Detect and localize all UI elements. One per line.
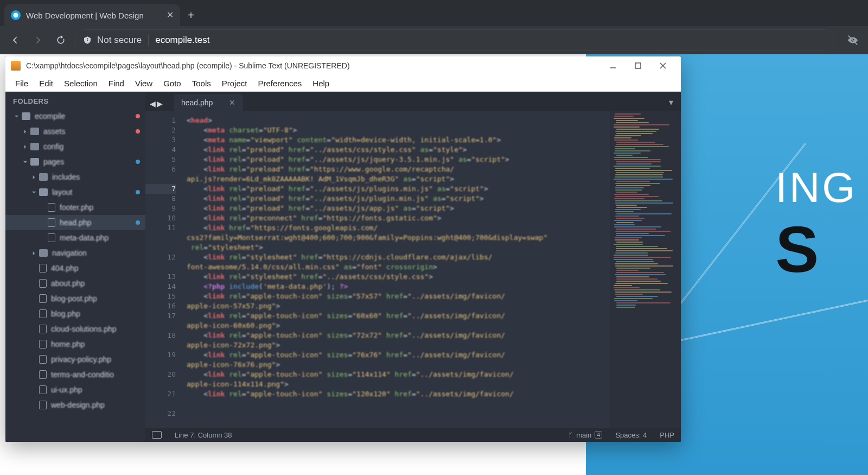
menu-item-tools[interactable]: Tools [187,79,216,88]
disclosure-icon [30,311,37,317]
tree-label: pages [43,157,136,166]
minimap[interactable] [610,111,681,428]
code-line: font-awesome/5.14.0/css/all.min.css" as=… [187,262,605,272]
code-line: <link rel="apple-touch-icon" sizes="120x… [187,389,605,399]
disclosure-icon [39,235,46,241]
code-area[interactable]: <head> <meta charset="UTF-8"> <meta name… [181,111,610,428]
status-branch[interactable]: ᚶ main 4 [569,431,602,439]
close-icon[interactable]: ✕ [167,11,174,20]
address-bar[interactable]: Not secure ecompile.test [74,29,834,51]
menu-item-file[interactable]: File [10,79,34,88]
tree-row-web-design-php[interactable]: web-design.php [5,397,145,413]
tree-row-home-php[interactable]: home.php [5,337,145,352]
file-icon [48,233,55,242]
forward-button[interactable] [28,30,48,50]
menu-item-preferences[interactable]: Preferences [252,79,307,88]
code-line: api.js?render=6Ld_mk8ZAAAAABK! AdM_1Vsqm… [187,174,605,184]
close-icon[interactable]: ✕ [229,98,235,107]
browser-toolbar: Not secure ecompile.test [0,26,868,54]
tab-prev-icon[interactable]: ◀ [150,99,156,108]
file-icon [48,218,55,227]
tree-row-privacy-policy-php[interactable]: privacy-policy.php [5,352,145,367]
file-icon [39,401,47,409]
menu-item-selection[interactable]: Selection [59,79,103,88]
menu-item-find[interactable]: Find [103,79,130,88]
reload-button[interactable] [51,30,71,50]
tree-label: privacy-policy.php [51,355,145,364]
menu-item-edit[interactable]: Edit [34,79,59,88]
tree-label: layout [52,188,136,197]
code-line: <?php include('meta-data.php'); ?> [187,282,605,292]
status-dot-icon [136,190,140,194]
line-number: 20 [145,370,176,379]
tree-row-footer-php[interactable]: footer.php [5,200,145,215]
tree-row-ecompile[interactable]: ecompile [5,109,145,124]
menu-item-goto[interactable]: Goto [158,79,187,88]
tree-row-meta-data-php[interactable]: meta-data.php [5,230,145,245]
code-line: apple-icon-114x114.png"> [187,379,605,389]
menu-item-view[interactable]: View [130,79,158,88]
line-number: 17 [145,311,176,321]
file-icon [39,385,47,394]
line-number: 13 [145,272,176,282]
menu-item-project[interactable]: Project [216,79,253,88]
status-dot-icon [136,114,140,118]
tree-row-layout[interactable]: layout [5,185,145,200]
file-icon [39,355,47,364]
tab-next-icon[interactable]: ▶ [157,99,163,108]
status-lang[interactable]: PHP [660,431,674,439]
code-line: <link rel="stylesheet" href="../assets/c… [187,272,605,282]
folder-tree: ecompileassetsconfigpagesincludeslayoutf… [5,109,145,442]
window-maximize-button[interactable] [626,56,650,75]
tree-row-404-php[interactable]: 404.php [5,261,145,276]
tree-row-assets[interactable]: assets [5,124,145,139]
tab-overflow-icon[interactable]: ▾ [669,97,673,107]
tree-row-head-php[interactable]: head.php [5,215,145,230]
menu-item-help[interactable]: Help [307,79,335,88]
sidebar: FOLDERS ecompileassetsconfigpagesinclude… [5,92,145,442]
gutter: 12345678910111213141516171819202122 [145,111,181,428]
file-icon [39,340,47,349]
incognito-eye-icon[interactable] [843,30,863,50]
tree-row-navigation[interactable]: navigation [5,245,145,261]
tree-row-about-php[interactable]: about.php [5,276,145,291]
line-number: 4 [145,145,176,155]
tab-nav[interactable]: ◀▶ [150,99,163,108]
tree-row-includes[interactable]: includes [5,169,145,185]
tree-row-cloud-solutions-php[interactable]: cloud-solutions.php [5,321,145,337]
separator [148,34,149,46]
line-number: 8 [145,194,176,204]
window-minimize-button[interactable] [601,56,626,75]
disclosure-icon [39,204,46,211]
tree-row-ui-ux-php[interactable]: ui-ux.php [5,382,145,397]
tree-row-blog-php[interactable]: blog.php [5,306,145,321]
browser-tab[interactable]: Web Development | Web Design ✕ [4,4,180,26]
window-close-button[interactable] [650,56,675,75]
tree-label: includes [52,173,145,181]
new-tab-button[interactable]: + [180,4,202,26]
line-number [145,262,176,272]
tree-label: assets [43,127,136,136]
line-number [145,340,176,350]
status-linecol[interactable]: Line 7, Column 38 [175,431,232,439]
disclosure-icon [13,113,20,119]
tree-row-terms-and-conditio[interactable]: terms-and-conditio [5,367,145,382]
hero-line-1: ING [775,163,857,212]
window-titlebar[interactable]: C:\xampp\htdocs\ecompile\pages\layout\he… [5,56,681,75]
page-viewport: ING S C:\xampp\htdocs\ecompile\pages\lay… [0,54,868,475]
disclosure-icon [30,341,37,347]
code-line: css2?family=Montserrat:wght@400;600;700;… [187,233,605,243]
editor-tab[interactable]: head.php ✕ [174,94,243,111]
folder-icon [39,188,48,196]
status-panel-icon[interactable] [152,431,162,439]
disclosure-icon [39,219,46,226]
status-spaces[interactable]: Spaces: 4 [615,431,647,439]
tree-label: ecompile [35,112,136,121]
editor[interactable]: 12345678910111213141516171819202122 <hea… [145,111,681,428]
tree-row-pages[interactable]: pages [5,154,145,169]
back-button[interactable] [5,30,25,50]
tree-row-blog-post-php[interactable]: blog-post.php [5,291,145,306]
favicon-icon [11,10,21,20]
code-line: <link rel="apple-touch-icon" sizes="76x7… [187,350,605,360]
tree-row-config[interactable]: config [5,139,145,154]
